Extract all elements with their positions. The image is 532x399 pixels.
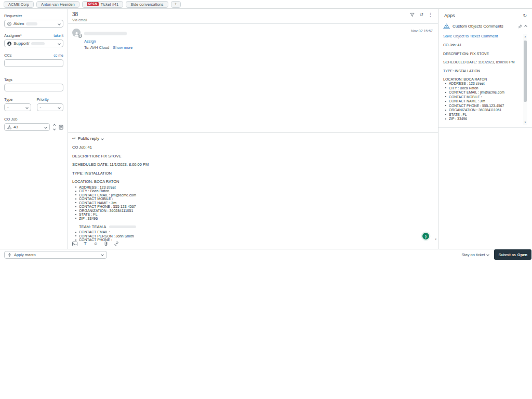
submit-as-open-button[interactable]: Submit as Open bbox=[494, 249, 531, 260]
custom-objects-app-logo bbox=[443, 23, 450, 29]
app-window: ACME Corp Anton van Heerden OPEN Ticket … bbox=[0, 0, 532, 399]
list-item: CONTACT EMAIL : jim@acme.com bbox=[444, 90, 521, 95]
reply-body[interactable]: CO Job: 41 DESCRIPTION: FIX STOVE SCHEDU… bbox=[68, 141, 438, 242]
list-item: STATE : FL bbox=[74, 212, 434, 217]
requester-field-group: Requester Aiden bbox=[4, 14, 63, 28]
tags-label: Tags bbox=[4, 77, 12, 82]
assignee-value: Support/ bbox=[14, 41, 29, 46]
type-select[interactable]: - bbox=[4, 103, 31, 111]
list-item: STATE : FL bbox=[444, 113, 521, 117]
filter-icon[interactable] bbox=[410, 12, 415, 17]
list-item: CONTACT PHONE : 555-123-4567 bbox=[444, 104, 521, 109]
scroll-down-icon[interactable]: ▼ bbox=[524, 120, 527, 125]
link-icon[interactable] bbox=[114, 241, 119, 246]
reply-description: DESCRIPTION: FIX STOVE bbox=[72, 154, 434, 158]
tab-ticket-41[interactable]: OPEN Ticket #41 bbox=[82, 1, 124, 8]
apply-macro-label: Apply macro bbox=[14, 252, 36, 257]
reply-editor: ↩ Public reply CO Job: 41 DESCRIPTION: F… bbox=[68, 132, 438, 249]
redacted-author-name bbox=[84, 32, 127, 35]
list-item: CONTACT NAME : Jim bbox=[74, 201, 434, 205]
assignee-label: Assignee* bbox=[4, 33, 22, 38]
list-item: CITY : Boca Raton bbox=[444, 86, 521, 91]
ccs-label: CCs bbox=[4, 53, 12, 58]
assignee-select[interactable]: Support/ bbox=[4, 39, 63, 47]
ticket-subject: 38 bbox=[72, 11, 434, 17]
take-it-link[interactable]: take it bbox=[54, 34, 63, 37]
ticket-tab-bar: ACME Corp Anton van Heerden OPEN Ticket … bbox=[0, 0, 532, 9]
history-icon[interactable]: ↺ bbox=[419, 12, 423, 17]
assignee-group-icon bbox=[7, 42, 11, 46]
scrollbar-thumb[interactable] bbox=[524, 41, 527, 102]
scroll-up-icon[interactable]: ▲ bbox=[524, 34, 527, 39]
refresh-icon[interactable]: ↻ bbox=[523, 14, 527, 18]
chevron-down-icon bbox=[44, 126, 47, 129]
custom-object-icon bbox=[7, 125, 11, 129]
co-job-stepper[interactable] bbox=[51, 123, 57, 131]
list-item: CONTACT PHONE : bbox=[74, 238, 434, 242]
requester-select[interactable]: Aiden bbox=[4, 20, 63, 28]
co-job-value: 43 bbox=[14, 125, 18, 129]
avatar-badge-icon bbox=[78, 34, 82, 38]
scroll-down-caret-icon[interactable]: ▾ bbox=[435, 237, 436, 241]
scrollbar-track[interactable] bbox=[523, 39, 527, 120]
tags-field-group: Tags bbox=[4, 77, 63, 91]
ticket-properties-sidebar: Requester Aiden Assignee* take it Suppo bbox=[0, 9, 68, 249]
crescent-icon: ) bbox=[425, 234, 427, 238]
chevron-down-icon bbox=[487, 253, 490, 256]
chevron-down-icon bbox=[58, 106, 61, 109]
overflow-menu-icon[interactable]: ⋮ bbox=[428, 12, 433, 17]
chevron-down-icon bbox=[101, 137, 104, 140]
list-item: CONTACT EMAIL : jim@acme.com bbox=[74, 193, 434, 197]
type-label: Type bbox=[4, 97, 12, 102]
app-scrollbar[interactable]: ▲ ▼ bbox=[523, 34, 527, 125]
priority-select[interactable]: - bbox=[37, 103, 64, 111]
pin-icon[interactable] bbox=[518, 24, 522, 29]
tags-input[interactable] bbox=[4, 84, 63, 91]
list-item: ADDRESS : 123 street bbox=[444, 82, 521, 86]
save-object-link[interactable]: Save Object to Ticket Comment bbox=[438, 29, 532, 38]
tab-acme-corp[interactable]: ACME Corp bbox=[4, 1, 34, 8]
emoji-icon[interactable]: ☺ bbox=[93, 241, 98, 246]
app-scheduled-date: SCHEDULED DATE: 11/1/2023, 8:00:00 PM bbox=[443, 60, 521, 64]
co-job-field-group: CO Job 43 bbox=[4, 117, 63, 131]
list-item: CITY : Boca Raton bbox=[74, 189, 434, 193]
list-item: CONTACT MOBILE : bbox=[444, 95, 521, 100]
apply-macro-select[interactable]: Apply macro bbox=[4, 251, 107, 259]
chevron-up-icon bbox=[53, 124, 56, 127]
chevron-down-icon bbox=[25, 106, 29, 109]
co-job-select[interactable]: 43 bbox=[4, 123, 50, 131]
reply-scheduled-date: SCHEDULED DATE: 11/1/2023, 8:00:00 PM bbox=[72, 162, 434, 167]
stay-on-ticket-select[interactable]: Stay on ticket bbox=[461, 252, 489, 257]
apps-panel: Apps ↻ Custom Objects Comments Save Obje… bbox=[438, 9, 532, 249]
tab-anton-van-heerden[interactable]: Anton van Heerden bbox=[36, 1, 79, 8]
reply-type-selector[interactable]: ↩ Public reply bbox=[68, 133, 438, 141]
macro-zap-icon bbox=[8, 252, 11, 257]
ticket-footer: Apply macro Stay on ticket Submit as Ope… bbox=[0, 249, 532, 260]
cc-me-link[interactable]: cc me bbox=[54, 54, 63, 57]
app-content: CO Job: 41 DESCRIPTION: FIX STOVE SCHEDU… bbox=[438, 38, 532, 128]
add-tab-button[interactable]: + bbox=[171, 1, 181, 8]
chevron-down-icon bbox=[58, 42, 61, 45]
co-job-label: CO Job bbox=[4, 117, 17, 122]
list-item: ORGANIZATION : 360284111051 bbox=[444, 108, 521, 113]
insert-image-icon[interactable] bbox=[72, 241, 77, 246]
list-item: CONTACT NAME : Jim bbox=[444, 99, 521, 104]
chevron-down-icon bbox=[101, 253, 104, 256]
conversation-header: 38 Via email ↺ ⋮ bbox=[68, 9, 438, 24]
tab-side-conversations[interactable]: Side conversations bbox=[126, 1, 168, 8]
app-type: TYPE: INSTALLATION bbox=[443, 69, 521, 73]
ccs-input[interactable] bbox=[4, 59, 63, 67]
attachment-icon[interactable] bbox=[103, 241, 109, 246]
list-item: ZIP : 33496 bbox=[74, 217, 434, 221]
reply-location-heading: LOCATION: BOCA RATON bbox=[72, 179, 434, 184]
assist-widget-button[interactable]: ) bbox=[422, 233, 429, 240]
app-location-heading: LOCATION: BOCA RATON bbox=[443, 77, 521, 81]
type-priority-row: Type - Priority - bbox=[4, 97, 63, 111]
collapse-chevron-icon[interactable] bbox=[524, 25, 527, 28]
reply-team-list: CONTACT EMAIL : CONTACT PERSON : John Sm… bbox=[74, 230, 434, 242]
show-more-link[interactable]: Show more bbox=[113, 45, 132, 50]
record-preview-icon[interactable] bbox=[59, 125, 63, 130]
assign-link[interactable]: Assign bbox=[84, 39, 96, 44]
text-format-icon[interactable]: T bbox=[83, 241, 88, 246]
tab-label: Anton van Heerden bbox=[41, 2, 75, 7]
